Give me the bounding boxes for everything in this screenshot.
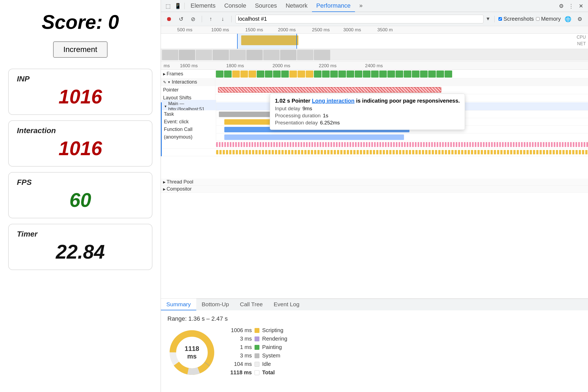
interaction-value: 1016 [17, 137, 144, 160]
cpu-overview-row: CPU NET [161, 34, 588, 49]
frame-block [412, 71, 419, 78]
frame-block [240, 71, 248, 78]
pink-bar [216, 142, 588, 147]
screenshot-thumb [280, 50, 296, 60]
screenshot-thumb [229, 50, 246, 60]
screenshots-checkbox-label[interactable]: Screenshots [498, 16, 534, 22]
ruler-2000ms: 2000 ms [278, 27, 296, 33]
function-call-label: Function Call [162, 125, 216, 133]
tooltip-processing: Processing duration 1s [275, 113, 460, 119]
donut-label: 1118 ms [180, 345, 204, 360]
scripting-label-1 [162, 144, 216, 146]
clear-button[interactable]: ⊘ [188, 14, 198, 24]
inp-value: 1016 [17, 85, 144, 108]
cpu-selection [237, 34, 297, 49]
increment-button[interactable]: Increment [53, 41, 108, 58]
interactions-expand[interactable]: ✎ ▼ Interactions [161, 78, 215, 86]
memory-checkbox[interactable] [536, 17, 540, 21]
tab-summary[interactable]: Summary [161, 299, 196, 310]
tab-performance[interactable]: Performance [312, 0, 355, 12]
settings-icon[interactable]: ⚙ [556, 1, 566, 11]
anonymous-label: (anonymous) [162, 133, 216, 141]
screenshot-thumb [213, 50, 229, 60]
timer-value: 22.84 [17, 241, 144, 263]
timer-card: Timer 22.84 [8, 224, 152, 270]
ruler-2500ms: 2500 ms [312, 27, 330, 33]
legend-idle: 104 ms Idle [227, 361, 287, 367]
fps-label: FPS [17, 178, 144, 187]
frame-block [404, 71, 411, 78]
tooltip-presentation: Presentation delay 6.252ms [275, 120, 460, 126]
memory-checkbox-label[interactable]: Memory [536, 16, 561, 22]
frame-block [314, 71, 321, 78]
thread-pool-row[interactable]: ▶ Thread Pool [161, 179, 588, 186]
frame-block [347, 71, 354, 78]
main-chevron: ▼ [164, 105, 167, 108]
download-button[interactable]: ↓ [218, 14, 228, 24]
detail-ruler-ms: ms [164, 63, 170, 69]
interactions-header-content [215, 78, 588, 86]
event-click-label: Event: click [162, 118, 216, 126]
screenshot-thumb [196, 50, 212, 60]
scripting-label-2 [162, 151, 216, 154]
network-throttle-icon[interactable]: 🌐 [563, 14, 573, 24]
tab-call-tree[interactable]: Call Tree [234, 299, 268, 310]
frame-block [232, 71, 240, 78]
screenshot-thumb [162, 50, 178, 60]
interactions-chevron: ▼ [167, 80, 171, 84]
frame-block [436, 71, 444, 78]
anonymous-bar [224, 134, 404, 140]
detail-1600: 1600 ms [180, 63, 198, 69]
cpu-label: CPU [577, 35, 586, 40]
timer-label: Timer [17, 230, 144, 238]
screenshot-thumb [179, 50, 195, 60]
pointer-bar[interactable] [218, 87, 441, 93]
upload-button[interactable]: ↑ [206, 14, 216, 24]
screenshots-checkbox[interactable] [498, 17, 502, 21]
node-select-icon[interactable]: ⬚ [163, 1, 173, 11]
total-color [255, 370, 259, 375]
scripting-content-2 [216, 149, 588, 156]
legend-table: 1006 ms Scripting 3 ms Rendering 1 ms Pa… [227, 327, 287, 378]
cpu-throttle-icon[interactable]: ⚙ [575, 14, 585, 24]
legend-painting: 1 ms Painting [227, 344, 287, 350]
reload-button[interactable]: ↺ [176, 14, 186, 24]
pointer-content: 1.02 s Pointer Long interaction is indic… [215, 86, 588, 94]
score-title: Score: 0 [8, 11, 152, 33]
scripting-content-1 [216, 141, 588, 149]
url-input[interactable] [235, 15, 483, 23]
frame-block [289, 71, 297, 78]
close-icon[interactable]: ✕ [576, 1, 586, 11]
summary-panel: Range: 1.36 s – 2.47 s 1118 ms [161, 310, 588, 392]
frame-block [322, 71, 330, 78]
bottom-tab-bar: Summary Bottom-Up Call Tree Event Log [161, 298, 588, 310]
record-button[interactable]: ⏺ [164, 14, 174, 24]
timeline-overview[interactable]: 500 ms 1000 ms 1500 ms 2000 ms 2500 ms 3… [161, 26, 588, 62]
detail-timeline[interactable]: ms 1600 ms 1800 ms 2000 ms 2200 ms 2400 … [161, 62, 588, 298]
device-icon[interactable]: 📱 [173, 1, 183, 11]
inp-label: INP [17, 75, 144, 83]
tab-sources[interactable]: Sources [250, 0, 281, 12]
tooltip-input-delay: Input delay 9ms [275, 106, 460, 112]
frames-content [215, 70, 588, 78]
detail-2000: 2000 ms [272, 63, 290, 69]
tooltip-link[interactable]: Long interaction [312, 98, 355, 104]
frame-block [216, 71, 223, 78]
tab-bottom-up[interactable]: Bottom-Up [196, 299, 234, 310]
ruler-1000ms: 1000 ms [211, 27, 229, 33]
anonymous-row: (anonymous) [162, 133, 588, 141]
frame-block [338, 71, 346, 78]
pointer-row[interactable]: Pointer 1.02 s Pointer Long interaction … [161, 86, 588, 94]
compositor-chevron: ▶ [163, 187, 166, 191]
frame-block [396, 71, 403, 78]
tab-network[interactable]: Network [281, 0, 312, 12]
detail-2400: 2400 ms [365, 63, 383, 69]
compositor-row[interactable]: ▶ Compositor [161, 186, 588, 193]
tab-console[interactable]: Console [220, 0, 251, 12]
more-options-icon[interactable]: ⋮ [566, 1, 576, 11]
frame-block [224, 71, 232, 78]
tab-elements[interactable]: Elements [186, 0, 220, 12]
tab-event-log[interactable]: Event Log [268, 299, 305, 310]
tab-more[interactable]: » [355, 0, 367, 12]
timeline-spacer [161, 157, 588, 179]
